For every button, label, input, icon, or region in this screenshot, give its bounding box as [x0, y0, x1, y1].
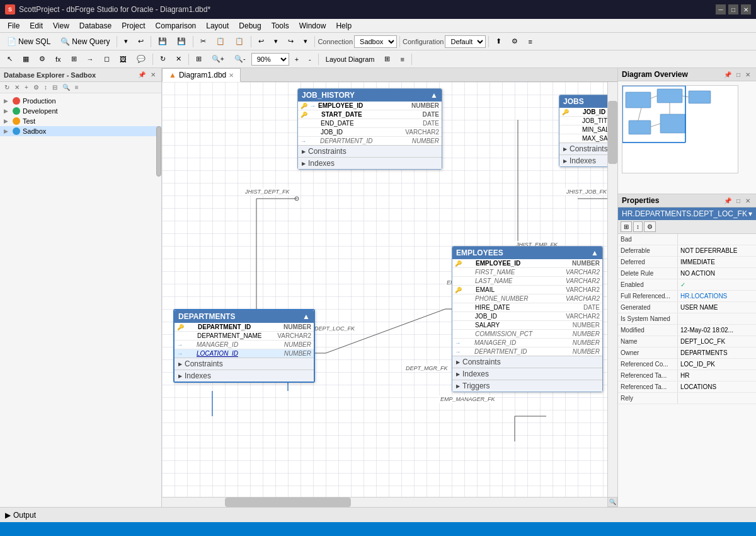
connection-select[interactable]: Sadbox [354, 35, 397, 48]
tree-item-production[interactable]: ▶ Production [0, 96, 161, 106]
properties-pin[interactable]: 📌 [722, 197, 733, 205]
v-scroll-thumb[interactable] [608, 101, 617, 164]
new-connection-button[interactable]: + [23, 83, 30, 91]
menu-view[interactable]: View [48, 20, 74, 32]
dept-collapse[interactable]: ▲ [302, 312, 310, 321]
close-panel-button[interactable]: ✕ [149, 71, 158, 79]
overview-canvas[interactable] [622, 85, 738, 173]
jh-indexes[interactable]: ▶ Indexes [298, 157, 442, 169]
redo-button[interactable]: ↪ [284, 35, 298, 49]
h-scroll-thumb[interactable] [225, 498, 351, 507]
zoom-select[interactable]: 90% [251, 53, 289, 66]
toolbar-btn6[interactable]: 📋 [212, 35, 229, 49]
zoom-out-button[interactable]: 🔍- [230, 52, 250, 66]
refresh-tree-button[interactable]: ↻ [3, 83, 11, 91]
pointer-tool[interactable]: ↖ [3, 52, 17, 66]
undo-dropdown[interactable]: ▾ [270, 35, 282, 49]
corner-button[interactable]: 🔍 [607, 497, 617, 507]
config-select[interactable]: Default [445, 35, 486, 48]
toolbar-btn4[interactable]: 💾 [173, 35, 190, 49]
diagram-tab[interactable]: ▲ Diagram1.dbd ✕ [162, 68, 241, 82]
menu-comparison[interactable]: Comparison [151, 20, 202, 32]
menu-help[interactable]: Help [331, 20, 357, 32]
restore-button[interactable]: □ [728, 4, 738, 15]
tool6[interactable]: → [83, 52, 98, 66]
comment-tool[interactable]: 💬 [132, 52, 150, 66]
sort-button[interactable]: ↕ [42, 83, 49, 91]
toolbar-btn1[interactable]: ▾ [120, 35, 132, 49]
diagram-canvas[interactable]: JHIST_DEPT_FK JHIST_JOB_FK JHIST_EMP_FK … [162, 82, 617, 507]
overview-float[interactable]: □ [735, 71, 742, 79]
emp-constraints[interactable]: ▶ Constraints [452, 356, 602, 368]
tool5[interactable]: ⊞ [67, 52, 81, 66]
menu-tools[interactable]: Tools [266, 20, 294, 32]
output-bar[interactable]: ▶ Output [0, 507, 756, 522]
redo-dropdown[interactable]: ▾ [299, 35, 312, 49]
table-tool[interactable]: ▦ [18, 52, 33, 66]
vertical-scrollbar[interactable] [607, 82, 617, 497]
new-query-button[interactable]: 🔍 New Query [56, 35, 114, 49]
minimize-button[interactable]: ─ [716, 4, 726, 15]
emp-indexes[interactable]: ▶ Indexes [452, 368, 602, 380]
overview-pin[interactable]: 📌 [722, 71, 733, 79]
menu-file[interactable]: File [3, 20, 25, 32]
jh-constraints[interactable]: ▶ Constraints [298, 145, 442, 157]
toolbar-btn7[interactable]: 📋 [231, 35, 248, 49]
refresh-button[interactable]: ↻ [156, 52, 170, 66]
menu-project[interactable]: Project [117, 20, 150, 32]
collapse-button[interactable]: ⊟ [50, 83, 59, 91]
toolbar-btn3[interactable]: 💾 [154, 35, 171, 49]
horizontal-scrollbar[interactable] [162, 497, 607, 507]
prop-sort-btn[interactable]: ↕ [633, 221, 643, 232]
menu-layout[interactable]: Layout [201, 20, 234, 32]
layout-diagram-button[interactable]: Layout Diagram [321, 52, 379, 66]
toolbar-extra2[interactable]: ⚙ [507, 35, 522, 49]
disconnect-button[interactable]: ✕ [13, 83, 21, 91]
menu-window[interactable]: Window [294, 20, 331, 32]
tool4[interactable]: fx [51, 52, 66, 66]
tool3[interactable]: ⚙ [35, 52, 50, 66]
new-sql-button[interactable]: 📄 New SQL [3, 35, 55, 49]
toolbar-btn5[interactable]: ✂ [196, 35, 210, 49]
properties-dropdown-icon[interactable]: ▾ [748, 209, 752, 218]
tree-menu-button[interactable]: ≡ [73, 83, 81, 91]
tree-item-test[interactable]: ▶ Test [0, 116, 161, 126]
overview-close[interactable]: ✕ [743, 71, 752, 79]
table-departments[interactable]: DEPARTMENTS ▲ 🔑 DEPARTMENT_ID NUMBER DEP… [173, 309, 315, 383]
delete-button[interactable]: ✕ [171, 52, 186, 66]
zoom-fit-button[interactable]: ⊞ [192, 52, 206, 66]
tree-item-developent[interactable]: ▶ Developent [0, 106, 161, 116]
pin-button[interactable]: 📌 [136, 71, 147, 79]
dept-indexes[interactable]: ▶ Indexes [175, 370, 314, 382]
table-job-history[interactable]: JOB_HISTORY ▲ 🔑 → EMPLOYEE_ID NUMBER 🔑 S… [297, 88, 442, 170]
menu-debug[interactable]: Debug [234, 20, 266, 32]
titlebar-controls[interactable]: ─ □ ✕ [716, 4, 751, 15]
tree-item-sadbox[interactable]: ▶ Sadbox [0, 126, 161, 136]
layout-opt2[interactable]: ≡ [396, 52, 408, 66]
undo-button[interactable]: ↩ [254, 35, 268, 49]
prop-extra-btn[interactable]: ⚙ [644, 221, 656, 232]
tab-close-button[interactable]: ✕ [229, 72, 234, 79]
table-employees[interactable]: EMPLOYEES ▲ 🔑 EMPLOYEE_ID NUMBER FIRST_N… [452, 246, 603, 392]
search-tree-button[interactable]: 🔍 [60, 83, 72, 91]
toolbar-btn2[interactable]: ↩ [134, 35, 148, 49]
dept-constraints[interactable]: ▶ Constraints [175, 358, 314, 370]
toolbar-extra1[interactable]: ⬆ [491, 35, 506, 49]
zoom-plus-button[interactable]: + [290, 52, 303, 66]
layout-opt1[interactable]: ⊞ [380, 52, 394, 66]
filter-button[interactable]: ⚙ [32, 83, 41, 91]
job-history-collapse[interactable]: ▲ [430, 91, 438, 100]
toolbar-extra3[interactable]: ≡ [524, 35, 536, 49]
menu-edit[interactable]: Edit [25, 20, 48, 32]
properties-close[interactable]: ✕ [743, 197, 752, 205]
tool7[interactable]: ◻ [100, 52, 114, 66]
zoom-minus-button[interactable]: - [304, 52, 316, 66]
zoom-in-button[interactable]: 🔍+ [207, 52, 229, 66]
properties-float[interactable]: □ [735, 197, 742, 205]
tool8[interactable]: 🖼 [115, 52, 131, 66]
left-panel-scrollbar[interactable] [156, 126, 161, 177]
emp-collapse[interactable]: ▲ [591, 248, 598, 257]
menu-database[interactable]: Database [74, 20, 117, 32]
emp-triggers[interactable]: ▶ Triggers [452, 380, 602, 392]
prop-grid-btn[interactable]: ⊞ [621, 221, 632, 232]
